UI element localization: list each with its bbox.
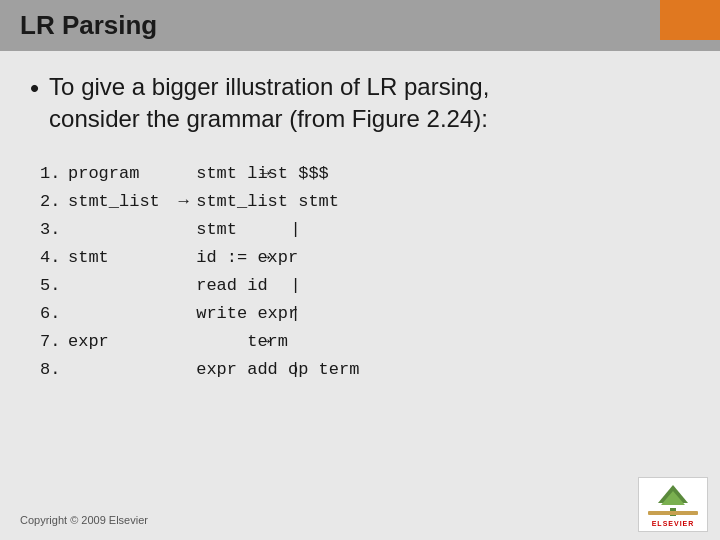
grammar-rule-2: 2. stmt_list → stmt_list stmt (40, 188, 690, 216)
grammar-rules: 1. program → stmt list $$$ 2. stmt_list … (30, 160, 690, 384)
copyright-text: Copyright © 2009 Elsevier (20, 514, 148, 526)
grammar-rule-5: 5. | read id (40, 272, 690, 300)
grammar-rule-6: 6. | write expr (40, 300, 690, 328)
grammar-rule-4: 4. stmt → id := expr (40, 244, 690, 272)
bullet-text: To give a bigger illustration of LR pars… (49, 71, 489, 136)
slide: LR Parsing • To give a bigger illustrati… (0, 0, 720, 540)
grammar-rule-1: 1. program → stmt list $$$ (40, 160, 690, 188)
slide-title: LR Parsing (20, 10, 157, 40)
footer: Copyright © 2009 Elsevier (20, 510, 148, 528)
main-content: • To give a bigger illustration of LR pa… (0, 71, 720, 384)
elsevier-label: ELSEVIER (652, 520, 695, 527)
svg-rect-3 (648, 511, 698, 515)
grammar-rule-3: 3. | stmt (40, 216, 690, 244)
header-bar: LR Parsing (0, 0, 720, 51)
grammar-rule-7: 7. expr → term (40, 328, 690, 356)
grammar-rule-8: 8. | expr add op term (40, 356, 690, 384)
bullet-icon: • (30, 73, 39, 104)
bullet-section: • To give a bigger illustration of LR pa… (30, 71, 690, 136)
elsevier-logo: ELSEVIER (638, 477, 708, 532)
accent-decoration (660, 0, 720, 40)
elsevier-tree-icon (648, 483, 698, 518)
